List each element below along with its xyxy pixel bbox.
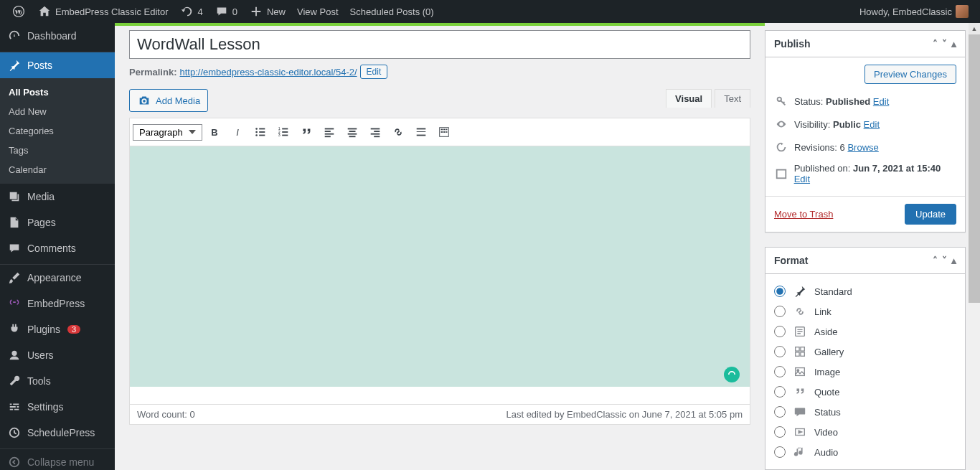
panel-down-icon[interactable]: ˅ bbox=[942, 38, 947, 50]
howdy-user[interactable]: Howdy, EmbedClassic bbox=[854, 0, 974, 23]
tab-visual[interactable]: Visual bbox=[666, 89, 712, 108]
sidebar-item-settings[interactable]: Settings bbox=[0, 394, 115, 420]
sidebar-item-comments[interactable]: Comments bbox=[0, 235, 115, 261]
image-icon bbox=[793, 365, 807, 379]
sidebar-item-posts[interactable]: Posts bbox=[0, 52, 115, 78]
svg-rect-20 bbox=[348, 133, 357, 135]
admin-menu: Dashboard Posts All Posts Add New Catego… bbox=[0, 23, 115, 470]
svg-rect-37 bbox=[777, 170, 786, 179]
format-audio[interactable]: Audio bbox=[774, 442, 956, 462]
visibility-value: Public bbox=[833, 119, 861, 130]
publish-title: Publish bbox=[774, 38, 811, 50]
collapse-menu[interactable]: Collapse menu bbox=[0, 449, 115, 470]
bold-button[interactable]: B bbox=[204, 121, 225, 143]
updates-count: 4 bbox=[198, 6, 203, 17]
sidebar-item-pages[interactable]: Pages bbox=[0, 210, 115, 235]
update-button[interactable]: Update bbox=[905, 204, 956, 225]
toolbar-toggle-button[interactable] bbox=[433, 121, 455, 143]
format-aside[interactable]: Aside bbox=[774, 321, 956, 342]
sidebar-item-media[interactable]: Media bbox=[0, 184, 115, 210]
number-list-button[interactable]: 123 bbox=[273, 121, 294, 143]
scrollbar[interactable]: ▲ bbox=[969, 23, 980, 470]
progress-bar bbox=[115, 23, 765, 26]
status-edit[interactable]: Edit bbox=[873, 96, 889, 107]
new-content[interactable]: New bbox=[243, 0, 291, 23]
svg-rect-39 bbox=[796, 347, 799, 351]
format-status[interactable]: Status bbox=[774, 402, 956, 422]
view-post[interactable]: View Post bbox=[291, 0, 344, 23]
submenu-add-new[interactable]: Add New bbox=[0, 102, 115, 121]
panel-toggle-icon[interactable]: ▴ bbox=[951, 255, 956, 266]
comments-count: 0 bbox=[232, 6, 237, 17]
brush-icon bbox=[7, 271, 22, 285]
svg-rect-42 bbox=[801, 352, 804, 356]
sliders-icon bbox=[7, 400, 22, 414]
sidebar-item-schedulepress[interactable]: SchedulePress bbox=[0, 420, 115, 446]
italic-button[interactable]: I bbox=[227, 121, 248, 143]
post-title-input[interactable] bbox=[129, 30, 750, 59]
key-icon bbox=[774, 94, 788, 108]
wordpress-logo[interactable] bbox=[6, 0, 32, 23]
admin-bar: EmbedPress Classic Editor 4 0 New View P… bbox=[0, 0, 980, 23]
scroll-up-icon[interactable]: ▲ bbox=[969, 23, 980, 34]
bullet-list-button[interactable] bbox=[250, 121, 271, 143]
svg-rect-7 bbox=[259, 135, 265, 136]
panel-up-icon[interactable]: ˄ bbox=[933, 38, 938, 50]
align-left-button[interactable] bbox=[319, 121, 340, 143]
submenu-tags[interactable]: Tags bbox=[0, 141, 115, 160]
submenu-all-posts[interactable]: All Posts bbox=[0, 83, 115, 102]
preview-changes-button[interactable]: Preview Changes bbox=[864, 65, 956, 84]
site-home[interactable]: EmbedPress Classic Editor bbox=[32, 0, 174, 23]
comments-shortcut[interactable]: 0 bbox=[209, 0, 243, 23]
editor-toolbar: Paragraph B I 123 bbox=[129, 118, 750, 146]
svg-rect-18 bbox=[348, 128, 357, 130]
svg-rect-40 bbox=[801, 347, 804, 351]
add-media-button[interactable]: Add Media bbox=[129, 89, 208, 112]
permalink-url[interactable]: http://embedpress-classic-editor.local/5… bbox=[179, 67, 357, 77]
editor-canvas[interactable] bbox=[129, 146, 750, 405]
permalink-edit-button[interactable]: Edit bbox=[360, 65, 388, 79]
sidebar-item-embedpress[interactable]: EmbedPress bbox=[0, 291, 115, 316]
avatar-icon bbox=[956, 5, 969, 18]
sidebar-item-appearance[interactable]: Appearance bbox=[0, 265, 115, 291]
link-button[interactable] bbox=[387, 121, 409, 143]
format-link[interactable]: Link bbox=[774, 301, 956, 321]
gallery-icon bbox=[793, 344, 807, 359]
revisions-browse[interactable]: Browse bbox=[847, 142, 878, 153]
format-video[interactable]: Video bbox=[774, 422, 956, 442]
panel-up-icon[interactable]: ˄ bbox=[933, 255, 938, 266]
submenu-calendar[interactable]: Calendar bbox=[0, 160, 115, 179]
sidebar-item-plugins[interactable]: Plugins3 bbox=[0, 316, 115, 342]
format-gallery[interactable]: Gallery bbox=[774, 342, 956, 362]
format-quote[interactable]: Quote bbox=[774, 382, 956, 402]
panel-toggle-icon[interactable]: ▴ bbox=[951, 38, 956, 50]
readmore-button[interactable] bbox=[410, 121, 432, 143]
panel-down-icon[interactable]: ˅ bbox=[942, 255, 947, 266]
visibility-edit[interactable]: Edit bbox=[864, 119, 880, 130]
published-edit[interactable]: Edit bbox=[794, 174, 810, 184]
svg-rect-43 bbox=[796, 368, 805, 376]
svg-rect-24 bbox=[371, 133, 380, 135]
format-title: Format bbox=[774, 255, 808, 266]
svg-point-1 bbox=[10, 458, 19, 467]
sidebar-item-tools[interactable]: Tools bbox=[0, 368, 115, 394]
sidebar-item-dashboard[interactable]: Dashboard bbox=[0, 23, 115, 49]
format-standard[interactable]: Standard bbox=[774, 281, 956, 301]
scrollbar-thumb[interactable] bbox=[969, 34, 980, 303]
sidebar-item-users[interactable]: Users bbox=[0, 342, 115, 368]
svg-text:3: 3 bbox=[278, 133, 281, 137]
format-image[interactable]: Image bbox=[774, 362, 956, 382]
tab-text[interactable]: Text bbox=[715, 89, 750, 108]
published-label: Published on: bbox=[794, 163, 851, 174]
format-select[interactable]: Paragraph bbox=[133, 124, 202, 141]
align-right-button[interactable] bbox=[364, 121, 386, 143]
align-center-button[interactable] bbox=[341, 121, 363, 143]
move-to-trash[interactable]: Move to Trash bbox=[774, 209, 833, 220]
submenu-categories[interactable]: Categories bbox=[0, 121, 115, 141]
howdy-text: Howdy, EmbedClassic bbox=[859, 6, 952, 17]
svg-point-4 bbox=[255, 131, 258, 133]
blockquote-button[interactable] bbox=[296, 121, 317, 143]
scheduled-posts[interactable]: Scheduled Posts (0) bbox=[344, 0, 440, 23]
status-icon bbox=[793, 405, 807, 419]
updates[interactable]: 4 bbox=[174, 0, 209, 23]
